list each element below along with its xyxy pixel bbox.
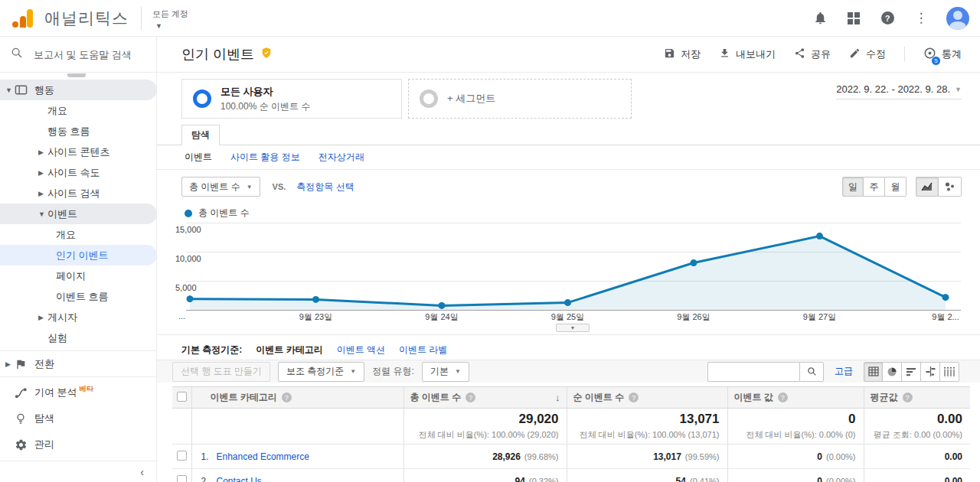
sidebar-footer: ‹ bbox=[0, 461, 156, 482]
sidebar-item-discover[interactable]: 탐색 bbox=[0, 405, 156, 432]
granularity-day-button[interactable]: 일 bbox=[842, 177, 864, 197]
sidebar-item-pages[interactable]: 페이지 bbox=[0, 265, 156, 286]
app-title[interactable]: 애널리틱스 bbox=[44, 8, 129, 29]
table-search-button[interactable] bbox=[799, 362, 824, 382]
chart-controls: 총 이벤트 수 ▼ VS. 측정항목 선택 일 주 월 bbox=[157, 174, 980, 199]
metric-dropdown[interactable]: 총 이벤트 수 ▼ bbox=[181, 177, 260, 197]
sidebar-item-events-flow[interactable]: 이벤트 흐름 bbox=[0, 286, 156, 307]
save-icon bbox=[664, 47, 675, 61]
timeseries-chart[interactable]: 5,00010,00015,000 ...9월 23일9월 24일9월 25일9… bbox=[172, 223, 969, 325]
select-all-checkbox[interactable] bbox=[177, 392, 187, 402]
select-metric-link[interactable]: 측정항목 선택 bbox=[296, 181, 354, 194]
divider bbox=[157, 334, 980, 335]
help-icon[interactable]: ? bbox=[629, 392, 639, 402]
advanced-filter-link[interactable]: 고급 bbox=[835, 365, 853, 378]
sidebar-item-conversions[interactable]: ▶ 전환 bbox=[0, 353, 156, 374]
line-chart-toggle-icon[interactable] bbox=[916, 177, 939, 197]
dimension-event-label[interactable]: 이벤트 라벨 bbox=[399, 344, 447, 357]
share-icon bbox=[794, 47, 805, 61]
subtab-events[interactable]: 이벤트 bbox=[185, 151, 212, 164]
table-search-input[interactable] bbox=[707, 362, 799, 382]
help-icon[interactable]: ? bbox=[282, 392, 292, 402]
insights-button[interactable]: 5 통계 bbox=[923, 47, 962, 62]
share-button[interactable]: 공유 bbox=[794, 47, 831, 61]
sidebar-item-behavior-flow[interactable]: 행동 흐름 bbox=[0, 121, 156, 142]
granularity-month-button[interactable]: 월 bbox=[885, 177, 906, 197]
column-total-events[interactable]: 총 이벤트 수?↓ bbox=[403, 387, 567, 409]
subtab-site-usage[interactable]: 사이트 활용 정보 bbox=[230, 151, 300, 164]
table-header-row: 이벤트 카테고리? 총 이벤트 수?↓ 순 이벤트 수? 이벤트 값? 평균값? bbox=[172, 387, 970, 409]
sort-descending-icon: ↓ bbox=[555, 392, 560, 403]
sidebar-search bbox=[0, 37, 156, 73]
edit-button[interactable]: 수정 bbox=[849, 47, 886, 61]
sidebar-item-top-events[interactable]: 인기 이벤트 bbox=[0, 245, 157, 265]
collapse-sidebar-icon[interactable]: ‹ bbox=[140, 466, 144, 478]
table-toolbar: 선택 행 도표 만들기 보조 측정기준 ▼ 정렬 유형: 기본 ▼ bbox=[157, 360, 980, 383]
motion-chart-toggle-icon[interactable] bbox=[939, 177, 962, 197]
help-icon[interactable]: ? bbox=[778, 392, 788, 402]
sidebar-item-events[interactable]: ▼이벤트 bbox=[0, 204, 157, 224]
sidebar-item-overview[interactable]: 개요 bbox=[0, 100, 156, 121]
help-icon[interactable]: ? bbox=[903, 392, 913, 402]
apps-grid-icon[interactable] bbox=[845, 10, 862, 27]
event-category-link[interactable]: Enhanced Ecommerce bbox=[217, 451, 309, 462]
divider bbox=[0, 350, 156, 351]
account-switcher[interactable]: 모든 계정 ▼ bbox=[152, 7, 188, 30]
column-event-value[interactable]: 이벤트 값? bbox=[727, 387, 864, 409]
search-icon bbox=[11, 47, 23, 62]
gear-icon bbox=[14, 438, 28, 451]
segment-all-users[interactable]: 모든 사용자 100.00% 순 이벤트 수 bbox=[181, 79, 402, 119]
subtab-ecommerce[interactable]: 전자상거래 bbox=[318, 151, 364, 164]
pivot-view-icon[interactable] bbox=[940, 362, 959, 382]
caret-down-icon: ▼ bbox=[155, 22, 162, 30]
column-avg-value[interactable]: 평균값? bbox=[864, 387, 970, 409]
export-button[interactable]: 내보내기 bbox=[719, 47, 776, 61]
date-range-selector[interactable]: 2022. 9. 22. - 2022. 9. 28. ▼ bbox=[836, 83, 962, 99]
save-button[interactable]: 저장 bbox=[664, 47, 701, 61]
secondary-dimension-dropdown[interactable]: 보조 측정기준 ▼ bbox=[278, 362, 364, 382]
column-unique-events[interactable]: 순 이벤트 수? bbox=[567, 387, 727, 409]
notifications-bell-icon[interactable] bbox=[812, 10, 828, 27]
performance-view-icon[interactable] bbox=[902, 362, 921, 382]
percentage-view-icon[interactable] bbox=[883, 362, 902, 382]
caret-down-icon: ▼ bbox=[455, 368, 461, 375]
sort-type-dropdown[interactable]: 기본 ▼ bbox=[422, 362, 469, 382]
sidebar-item-site-speed[interactable]: ▶사이트 속도 bbox=[0, 162, 156, 183]
sidebar-item-publisher[interactable]: ▶게시자 bbox=[0, 307, 156, 327]
report-search-input[interactable] bbox=[34, 49, 149, 60]
row-checkbox[interactable] bbox=[177, 451, 187, 461]
datatable-view-icon[interactable] bbox=[864, 362, 883, 382]
plot-rows-button[interactable]: 선택 행 도표 만들기 bbox=[172, 362, 270, 382]
report-header: 인기 이벤트 저장 내보내기 공유 bbox=[157, 37, 980, 73]
events-table: 이벤트 카테고리? 총 이벤트 수?↓ 순 이벤트 수? 이벤트 값? 평균값?… bbox=[172, 386, 970, 482]
sidebar-item-behavior[interactable]: ▼ 행동 bbox=[0, 80, 157, 100]
sidebar-item-admin[interactable]: 관리 bbox=[0, 432, 156, 458]
dimension-event-category[interactable]: 이벤트 카테고리 bbox=[256, 344, 322, 357]
caret-right-icon: ▶ bbox=[5, 360, 11, 368]
help-icon[interactable]: ? bbox=[466, 392, 475, 402]
vs-label: VS. bbox=[273, 182, 286, 191]
add-segment-button[interactable]: + 세그먼트 bbox=[408, 79, 632, 119]
chart-legend: 총 이벤트 수 bbox=[185, 207, 250, 220]
sidebar-item-site-content[interactable]: ▶사이트 콘텐츠 bbox=[0, 142, 156, 162]
kebab-menu-icon[interactable]: ⋮ bbox=[913, 10, 929, 27]
google-analytics-logo-icon[interactable] bbox=[12, 7, 35, 30]
sidebar-item-attribution[interactable]: 기여 분석 베타 bbox=[0, 379, 156, 405]
scrolled-item-fragment bbox=[67, 73, 86, 77]
sidebar-item-events-overview[interactable]: 개요 bbox=[0, 224, 156, 245]
granularity-week-button[interactable]: 주 bbox=[864, 177, 885, 197]
row-checkbox[interactable] bbox=[177, 475, 187, 482]
chart-type-toggle bbox=[916, 177, 962, 197]
chart-collapse-button[interactable]: ▼ bbox=[556, 324, 590, 332]
sidebar-item-site-search[interactable]: ▶사이트 검색 bbox=[0, 183, 156, 204]
table-row: 2.Contact Us 94(0.32%) 54(0.41%) 0(0.00%… bbox=[172, 469, 970, 482]
user-avatar[interactable] bbox=[946, 7, 969, 30]
tab-explorer[interactable]: 탐색 bbox=[181, 125, 220, 145]
granularity-toggle: 일 주 월 bbox=[842, 177, 906, 197]
dimension-event-action[interactable]: 이벤트 액션 bbox=[337, 344, 385, 357]
comparison-view-icon[interactable] bbox=[921, 362, 940, 382]
event-category-link[interactable]: Contact Us bbox=[217, 476, 262, 482]
divider bbox=[141, 7, 142, 30]
help-icon[interactable]: ? bbox=[879, 10, 896, 27]
sidebar-item-experiments[interactable]: 실험 bbox=[0, 327, 156, 348]
